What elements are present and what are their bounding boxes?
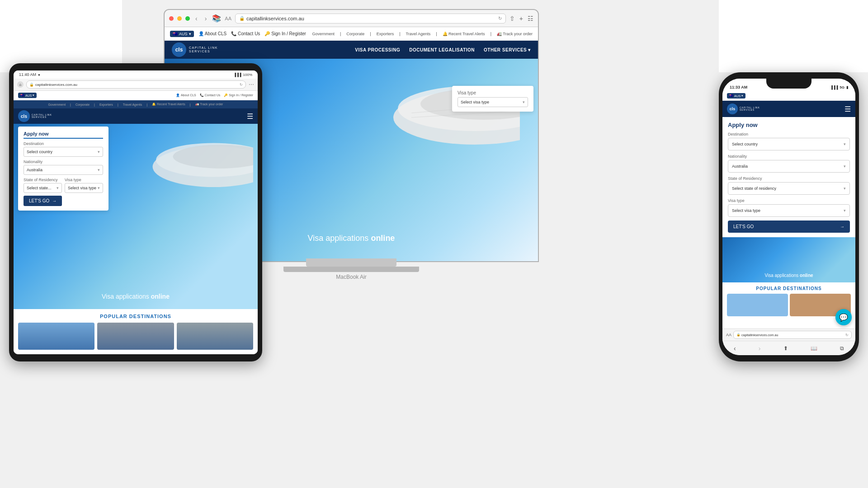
url-text: capitallinkservices.com.au — [246, 16, 304, 21]
contact-link[interactable]: 📞 Contact Us — [231, 31, 260, 36]
tablet-signal-dot: ● — [38, 73, 40, 77]
phone-main-nav: cls CAPITAL LINK SERVICES ☰ — [722, 101, 855, 117]
phone-bookmarks-btn[interactable]: 📖 — [811, 345, 817, 352]
tablet-travel-agents-link[interactable]: Travel Agents — [123, 103, 142, 106]
destination-1[interactable] — [18, 323, 94, 350]
tablet-main-nav: cls CAPITAL LINK SERVICES ☰ — [14, 108, 258, 124]
tablet-wing-svg — [140, 126, 253, 194]
tablet-logo-text: CAPITAL LINK SERVICES — [32, 114, 52, 119]
nav-visa-processing[interactable]: VISA PROCESSING — [355, 47, 400, 52]
tablet-status-bar: 11:40 AM ● ▐▐▐ 100% — [14, 70, 258, 79]
visa-type-select[interactable]: Select visa type ▾ — [458, 97, 528, 107]
tablet-contact-link[interactable]: 📞 Contact Us — [200, 94, 221, 97]
tablet-hero: Apply now Destination Select country ▾ N… — [14, 124, 258, 309]
tablet-secondary-nav: Government | Corporate | Exporters | Tra… — [14, 100, 258, 108]
tablet-state-select[interactable]: Select state... ▾ — [24, 183, 62, 193]
travel-agents-link[interactable]: Travel Agents — [406, 32, 431, 36]
tablet-country-btn[interactable]: 🇦🇺 AUS ▾ — [18, 93, 37, 98]
window-minimize-btn[interactable] — [177, 16, 182, 21]
phone-logo: cls CAPITAL LINK SERVICES — [727, 103, 760, 114]
chevron-down-icon: ▾ — [523, 100, 525, 104]
tablet-alerts-link[interactable]: 🔔 Recent Travel Alerts — [152, 103, 185, 106]
browser-forward-arrow[interactable]: › — [203, 15, 209, 22]
phone-forward-btn[interactable]: › — [759, 345, 761, 352]
hamburger-menu-icon[interactable]: ☰ — [247, 112, 253, 121]
phone-url-bar[interactable]: 🔒 capitallinkservices.com.au ↻ — [733, 331, 852, 339]
phone-status-right: ▐▐▐ 5G ▮ — [830, 85, 848, 89]
corporate-link[interactable]: Corporate — [346, 32, 364, 36]
tablet-dest-select[interactable]: Select country ▾ — [24, 147, 103, 157]
nav-other-services[interactable]: OTHER SERVICES ▾ — [484, 47, 531, 52]
tablet-status-icons: ▐▐▐ 100% — [234, 73, 252, 77]
nav-document-legalisation[interactable]: DOCUMENT LEGALISATION — [409, 47, 475, 52]
browser-action-icons: ⇧ + ☷ — [509, 15, 533, 22]
phone-notch — [766, 79, 811, 89]
tablet-lets-go-btn[interactable]: LET'S GO → — [24, 196, 62, 206]
tablet-hero-text: Visa applications online — [102, 293, 170, 300]
phone-signal-icon: ▐▐▐ — [830, 85, 838, 89]
tablet-exporters-link[interactable]: Exporters — [99, 103, 113, 106]
country-selector-btn[interactable]: 🇦🇺 AUS ▾ — [170, 31, 194, 37]
phone-share-btn[interactable]: ⬆ — [783, 345, 788, 352]
phone-hamburger-icon[interactable]: ☰ — [844, 105, 851, 113]
phone-battery-icon: ▮ — [846, 85, 848, 89]
tablet-visa-select[interactable]: Select visa type ▾ — [65, 183, 103, 193]
phone-state-select[interactable]: Select state of residency ▾ — [728, 182, 850, 195]
tablet-nationality-select[interactable]: Australia ▾ — [24, 165, 103, 175]
visa-type-panel: Visa type Select visa type ▾ — [452, 86, 533, 112]
tablet-signin-link[interactable]: 🔑 Sign In / Register — [224, 94, 253, 97]
track-order-link[interactable]: 🚛 Track your order — [497, 32, 533, 36]
tablet-corporate-link[interactable]: Corporate — [75, 103, 90, 106]
tabs-icon[interactable]: ☷ — [528, 15, 533, 22]
tablet-reload-icon[interactable]: ↻ — [240, 83, 243, 87]
phone-nationality-select[interactable]: Australia ▾ — [728, 160, 850, 173]
exporters-link[interactable]: Exporters — [377, 32, 394, 36]
about-link[interactable]: 👤 About CLS — [198, 31, 227, 36]
top-bar-right: Government | Corporate | Exporters | Tra… — [312, 32, 533, 36]
tablet-time: 11:40 AM ● — [19, 72, 40, 77]
tablet-website: 🇦🇺 AUS ▾ 👤 About CLS 📞 Contact Us 🔑 Sign… — [14, 91, 258, 354]
phone-visa-label: Visa type — [728, 198, 850, 203]
browser-url-bar[interactable]: 🔒 capitallinkservices.com.au ↻ — [235, 14, 506, 23]
government-link[interactable]: Government — [312, 32, 335, 36]
destination-3[interactable] — [177, 323, 253, 350]
phone-country-btn[interactable]: 🇦🇺 AUS ▾ — [727, 93, 745, 99]
tablet-browser-menu[interactable]: ⋯ — [249, 81, 254, 88]
tablet-screen: 11:40 AM ● ▐▐▐ 100% ⌂ 🔒 capitallinkservi… — [14, 70, 258, 354]
browser-book-icon[interactable]: 📚 — [212, 14, 221, 23]
tablet-visa-label: Visa type — [65, 178, 103, 182]
phone-url-text: capitallinkservices.com.au — [741, 333, 778, 337]
tablet-gov-link[interactable]: Government — [48, 103, 66, 106]
tablet-url-bar[interactable]: 🔒 capitallinkservices.com.au ↻ — [26, 80, 246, 89]
phone-reload-icon[interactable]: ↻ — [845, 333, 849, 337]
signin-link[interactable]: 🔑 Sign In / Register — [264, 31, 306, 36]
share-icon[interactable]: ⇧ — [509, 15, 515, 22]
reload-icon[interactable]: ↻ — [498, 16, 502, 21]
phone-dest-select[interactable]: Select country ▾ — [728, 138, 850, 150]
destination-2[interactable] — [97, 323, 174, 350]
phone-back-btn[interactable]: ‹ — [734, 345, 736, 352]
phone-dest-1[interactable] — [727, 294, 788, 316]
window-expand-btn[interactable] — [185, 16, 190, 21]
travel-alerts-link[interactable]: 🔔 Recent Travel Alerts — [443, 32, 485, 36]
tablet-nationality-label: Nationality — [24, 160, 103, 164]
main-nav-links: VISA PROCESSING DOCUMENT LEGALISATION OT… — [355, 47, 531, 52]
browser-back-arrow[interactable]: ‹ — [193, 15, 199, 22]
window-close-btn[interactable] — [169, 16, 174, 21]
phone-lets-go-btn[interactable]: LET'S GO → — [728, 221, 850, 233]
tablet-track-link[interactable]: 🚛 Track your order — [195, 103, 223, 106]
add-tab-icon[interactable]: + — [519, 15, 523, 22]
tablet-visa-chevron: ▾ — [98, 186, 100, 190]
phone-frame: 11:33 AM ▐▐▐ 5G ▮ 🇦🇺 AUS ▾ cls — [719, 72, 859, 361]
phone-popular-title: POPULAR DESTINATIONS — [727, 286, 851, 291]
phone-visa-select[interactable]: Select visa type ▾ — [728, 204, 850, 217]
phone-arrow-icon: → — [840, 224, 844, 229]
tablet-home-btn[interactable]: ⌂ — [17, 81, 24, 88]
tablet-about-link[interactable]: 👤 About CLS — [176, 94, 196, 97]
tablet-signal-icon: ▐▐▐ — [234, 73, 241, 77]
phone-tabs-btn[interactable]: ⧉ — [840, 345, 844, 352]
phone-dest-chevron: ▾ — [844, 142, 846, 146]
phone-chat-button[interactable]: 💬 — [835, 309, 852, 325]
phone-residency-group: State of Residency Select state of resid… — [728, 176, 850, 195]
phone-font-size-label: AA — [726, 333, 731, 337]
